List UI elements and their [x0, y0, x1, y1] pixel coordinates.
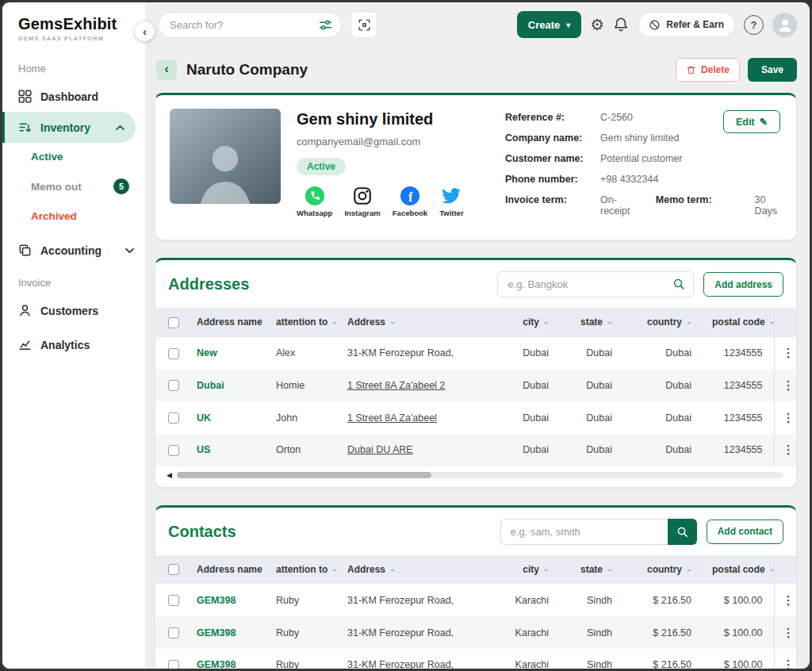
scrollbar-thumb[interactable]: [177, 472, 431, 478]
sidebar-item-memo-out[interactable]: Memo out 5: [2, 171, 145, 202]
cell-address[interactable]: Dubai DU ARE: [339, 434, 502, 466]
sidebar-item-dashboard[interactable]: Dashboard: [2, 81, 145, 112]
addresses-search-input[interactable]: [497, 271, 694, 297]
edit-button[interactable]: Edit ✎: [723, 110, 780, 133]
select-all-checkbox[interactable]: [168, 317, 179, 328]
cell-name[interactable]: New: [189, 337, 268, 370]
cell-state: Sindh: [561, 649, 625, 669]
back-button[interactable]: ‹: [156, 59, 177, 80]
cell-postal: 1234555: [704, 370, 774, 402]
notifications-bell-icon[interactable]: [613, 17, 629, 33]
row-actions-icon[interactable]: ⋮: [783, 443, 795, 456]
photo-person-placeholder-icon: [191, 136, 259, 204]
save-button[interactable]: Save: [748, 58, 797, 82]
instagram-link[interactable]: Instagram: [344, 186, 380, 217]
column-header-postal-code[interactable]: postal code: [704, 308, 774, 337]
row-actions-icon[interactable]: ⋮: [783, 411, 795, 424]
scroll-left-arrow-icon[interactable]: ◀: [167, 472, 172, 479]
column-header-country[interactable]: country: [625, 555, 704, 585]
row-checkbox[interactable]: [168, 660, 179, 669]
column-header-state[interactable]: state: [561, 555, 625, 585]
row-checkbox[interactable]: [168, 348, 179, 359]
cell-name[interactable]: GEM398: [189, 584, 268, 616]
row-checkbox[interactable]: [168, 595, 179, 606]
cell-attention: Ruby: [268, 584, 339, 616]
column-header-city[interactable]: city: [502, 308, 561, 337]
grid-icon: [18, 90, 32, 103]
cell-address[interactable]: 1 Street 8A Za'abeel: [339, 401, 502, 434]
contacts-search-button[interactable]: [668, 519, 697, 545]
settings-gear-icon[interactable]: ⚙: [590, 17, 604, 33]
search-icon[interactable]: [672, 278, 685, 290]
row-checkbox[interactable]: [168, 380, 179, 391]
row-actions-icon[interactable]: ⋮: [783, 378, 795, 392]
contacts-search-input[interactable]: [500, 519, 668, 545]
inventory-filter-icon: [18, 121, 32, 134]
row-checkbox[interactable]: [168, 445, 179, 456]
column-header-attention-to[interactable]: attention to: [268, 555, 339, 585]
contacts-header: Contacts Add contact: [155, 508, 796, 555]
social-label: Facebook: [393, 209, 427, 217]
page-title: Naruto Company: [186, 61, 308, 79]
row-actions-icon[interactable]: ⋮: [783, 593, 795, 607]
sidebar-item-inventory[interactable]: Inventory: [2, 112, 136, 143]
cell-city: Dubai: [502, 337, 561, 370]
global-search-input[interactable]: [158, 12, 342, 38]
scan-button[interactable]: [350, 11, 377, 38]
edit-label: Edit: [736, 117, 755, 128]
add-contact-button[interactable]: Add contact: [707, 520, 783, 544]
cell-name[interactable]: Dubai: [189, 370, 268, 402]
add-address-button[interactable]: Add address: [703, 272, 783, 297]
sidebar-item-invoice[interactable]: Invoice: [2, 266, 145, 295]
twitter-link[interactable]: Twitter: [439, 186, 463, 217]
cell-country: $ 216.50: [625, 616, 704, 649]
help-button[interactable]: ?: [744, 15, 764, 35]
column-header-address-name[interactable]: Address name: [189, 555, 268, 585]
refer-earn-button[interactable]: Refer & Earn: [638, 12, 735, 37]
cell-name[interactable]: US: [189, 434, 268, 466]
cell-country: $ 216.50: [625, 584, 704, 616]
column-header-address-name[interactable]: Address name: [189, 308, 268, 337]
page-header: ‹ Naruto Company Delete Save: [156, 58, 797, 82]
scrollbar-track[interactable]: [177, 472, 783, 478]
main-area: Create ▾ ⚙ Refer & Earn ? ‹ Naruto Compa…: [145, 2, 810, 669]
column-header-address[interactable]: Address: [339, 308, 502, 337]
sidebar-collapse-button[interactable]: ‹: [135, 21, 155, 41]
column-header-actions: [774, 308, 797, 337]
sidebar-item-archived[interactable]: Archived: [2, 202, 145, 230]
row-actions-icon[interactable]: ⋮: [783, 658, 795, 669]
row-actions-icon[interactable]: ⋮: [783, 626, 795, 639]
select-all-checkbox[interactable]: [168, 564, 179, 575]
whatsapp-link[interactable]: Whatsapp: [297, 186, 332, 217]
column-header-state[interactable]: state: [561, 308, 625, 337]
cell-state: Dubai: [561, 401, 625, 434]
sidebar-item-customers[interactable]: Customers: [2, 295, 145, 326]
cell-name[interactable]: GEM398: [189, 649, 268, 669]
cell-address[interactable]: 1 Street 8A Za'abeel 2: [339, 370, 502, 402]
delete-button[interactable]: Delete: [676, 58, 740, 82]
filter-sliders-icon[interactable]: [319, 18, 332, 32]
sidebar-item-home[interactable]: Home: [2, 42, 145, 81]
column-header-city[interactable]: city: [502, 555, 561, 585]
addresses-horizontal-scrollbar[interactable]: ◀: [155, 466, 796, 487]
sidebar-item-analytics[interactable]: Analytics: [2, 329, 145, 360]
caret-down-icon: ▾: [566, 21, 570, 29]
create-button[interactable]: Create ▾: [517, 11, 582, 38]
cell-name[interactable]: UK: [189, 401, 268, 434]
row-checkbox[interactable]: [168, 412, 179, 424]
cell-address: 31-KM Ferozepur Road,: [339, 616, 502, 649]
sidebar-item-accounting[interactable]: Accounting: [2, 235, 145, 266]
column-header-address[interactable]: Address: [339, 555, 502, 585]
column-header-country[interactable]: country: [625, 308, 704, 337]
row-checkbox[interactable]: [168, 627, 179, 638]
company-card: Gem shiny limited companyemail@gmail.com…: [155, 93, 797, 240]
row-actions-icon[interactable]: ⋮: [783, 346, 795, 359]
field-label: Memo term:: [656, 194, 712, 205]
copy-icon: [18, 243, 32, 257]
column-header-attention-to[interactable]: attention to: [268, 308, 339, 337]
cell-name[interactable]: GEM398: [189, 616, 268, 649]
user-avatar[interactable]: [772, 13, 797, 37]
column-header-postal-code[interactable]: postal code: [704, 555, 774, 585]
sidebar-item-active[interactable]: Active: [2, 143, 145, 171]
facebook-link[interactable]: f Facebook: [393, 186, 427, 217]
